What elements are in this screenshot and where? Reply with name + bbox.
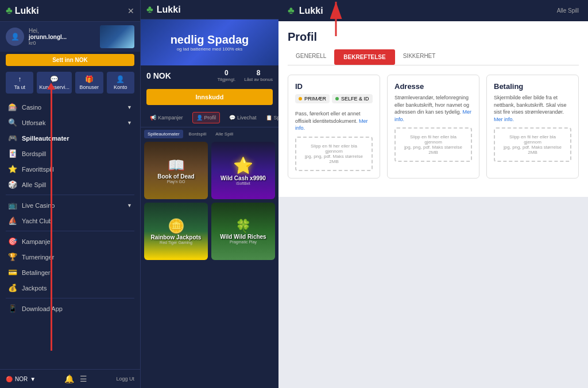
stat-available-label: Tilgjengl. (217, 77, 235, 82)
sidebar-item-spilleautomater[interactable]: 🎮 Spilleautomater (0, 130, 140, 146)
account-button[interactable]: 👤 Konto (107, 72, 134, 94)
alle-spill-link[interactable]: Alle Spill (557, 7, 579, 14)
betalinger-label: Betalinger (22, 269, 51, 276)
tab-sikkerhet[interactable]: SIKKERHET (395, 49, 444, 65)
middle-logo-clover-icon: ♣ (146, 3, 153, 15)
download-label: Download App (22, 305, 63, 312)
sidebar-item-kampanjer[interactable]: 🎯 Kampanjer (0, 234, 140, 249)
kampanjer-icon: 🎯 (8, 237, 17, 246)
games-nav-spilleautomater[interactable]: Spilleautomater (144, 130, 183, 138)
game-card-wild-cash[interactable]: ⭐ Wild Cash x9990 iSoftBet (211, 142, 275, 199)
logout-button[interactable]: Logg Ut (116, 376, 134, 382)
id-card: ID PRIMÆR SELFE & ID Pass, førerkort ell… (288, 75, 380, 179)
stat-available: 0 Tilgjengl. (217, 69, 235, 82)
account-label: Konto (114, 84, 127, 90)
tab-generell[interactable]: GENERELL (288, 49, 334, 65)
utforsk-arrow-icon: ▼ (127, 120, 132, 126)
games-nav-bordspill[interactable]: Bordspill (185, 130, 210, 138)
game-card-rainbow[interactable]: 🪙 Rainbow Jackpots Red Tiger Gaming (144, 203, 208, 260)
yacht-club-label: Yacht Club (22, 218, 52, 224)
book-of-dead-inner: 📖 Book of Dead Play'n GO (144, 142, 208, 199)
games-nav-alle-spill[interactable]: Alle Spill (212, 130, 237, 138)
logo[interactable]: ♣ Lukki (6, 5, 39, 17)
language-selector[interactable]: 🔴 NOR ▼ (6, 376, 36, 382)
verification-cards: ID PRIMÆR SELFE & ID Pass, førerkort ell… (288, 75, 579, 179)
withdraw-button[interactable]: ↑ Ta ut (6, 72, 33, 94)
right-logo-clover-icon: ♣ (288, 5, 295, 17)
jackpots-icon: 💰 (8, 284, 17, 292)
game-card-wild-riches[interactable]: 🍀 Wild Wild Riches Pragmatic Play (211, 203, 275, 260)
coin-icon: 🪙 (168, 218, 185, 234)
profil-title: Profil (288, 30, 579, 44)
subnav-profil[interactable]: 👤 Profil (192, 112, 220, 123)
livechat-subnav-icon: 💬 (229, 115, 235, 121)
download-icon: 📱 (8, 304, 17, 313)
right-logo-text: Lukki (299, 6, 323, 16)
wild-cash-inner: ⭐ Wild Cash x9990 iSoftBet (211, 142, 275, 199)
primary-badge: PRIMÆR (295, 94, 330, 103)
sidebar-item-casino[interactable]: 🎰 Casino ▼ (0, 99, 140, 115)
turneringer-icon: 🏆 (8, 253, 17, 261)
sidebar-deposit-button[interactable]: Sett inn NOK (6, 54, 134, 66)
sidebar-item-bordspill[interactable]: 🃏 Bordspill (0, 146, 140, 161)
subnav-kampanjer[interactable]: 📢 Kampanjer (146, 111, 187, 125)
sidebar-item-live-casino[interactable]: 📺 Live Casino ▼ (0, 197, 140, 213)
wild-cash-title: Wild Cash x9990 (220, 175, 266, 181)
withdraw-icon: ↑ (18, 75, 21, 83)
star-icon: ⭐ (233, 156, 253, 175)
bordspill-icon: 🃏 (8, 149, 17, 158)
bonuses-button[interactable]: 🎁 Bonuser (75, 72, 103, 94)
account-icon: 👤 (116, 75, 125, 83)
id-card-title: ID (295, 82, 373, 91)
subnav-spillhistorie[interactable]: 📋 Spillhistorie (262, 111, 278, 125)
address-upload-area[interactable]: Slipp en fil her eller bla gjennom jpg, … (394, 127, 472, 162)
subnav-livechat[interactable]: 💬 Livechat (226, 111, 260, 125)
sidebar-item-favorittspill[interactable]: ⭐ Favorittspill (0, 161, 140, 177)
close-button[interactable]: ✕ (127, 6, 134, 15)
payment-upload-formats: jpg, png, pdf. Maks størrelse 2MB (501, 145, 564, 155)
stats-row: 0 Tilgjengl. 8 Låst av bonus (217, 69, 273, 82)
favorittspill-icon: ⭐ (8, 165, 17, 173)
primary-badge-label: PRIMÆR (304, 96, 326, 102)
sidebar-item-turneringer[interactable]: 🏆 Turneringer (0, 249, 140, 265)
id-upload-area[interactable]: Slipp en fil her eller bla gjennom jpg, … (295, 137, 373, 171)
notification-icon[interactable]: 🔔 (64, 374, 74, 383)
payment-more-link[interactable]: Mer info. (494, 117, 514, 122)
tab-bekreftelse[interactable]: BEKREFTELSE (334, 49, 394, 65)
spilleautomater-icon: 🎮 (8, 134, 17, 142)
address-card-title: Adresse (394, 82, 472, 91)
bordspill-label: Bordspill (22, 150, 46, 157)
stat-locked-number: 8 (244, 69, 273, 77)
support-button[interactable]: 💬 Kundeservi... (37, 72, 72, 94)
id-upload-formats: jpg, png, pdf. Maks størrelse 2MB (302, 154, 366, 164)
sidebar-item-betalinger[interactable]: 💳 Betalinger (0, 265, 140, 280)
kampanjer-subnav-label: Kampanjer (158, 115, 183, 121)
id-upload-text: Slipp en fil her eller bla gjennom (302, 143, 366, 154)
livechat-subnav-label: Livechat (237, 115, 257, 121)
live-casino-arrow-icon: ▼ (127, 203, 132, 208)
payment-card: Betaling Skjermbilde eller bilde fra et … (486, 75, 579, 179)
payment-upload-area[interactable]: Slipp en fil her eller bla gjennom jpg, … (494, 127, 571, 162)
logo-text: Lukki (15, 6, 39, 16)
yacht-club-icon: ⛵ (8, 216, 17, 225)
sidebar-item-jackpots[interactable]: 💰 Jackpots (0, 280, 140, 296)
payment-card-description: Skjermbilde eller bilde fra et nettbank,… (494, 94, 571, 123)
profil-tabs: GENERELL BEKREFTELSE SIKKERHET (288, 49, 579, 65)
menu-icon[interactable]: ☰ (80, 374, 87, 383)
main-deposit-button[interactable]: Innskudd (146, 89, 273, 105)
action-buttons-row: ↑ Ta ut 💬 Kundeservi... 🎁 Bonuser 👤 Kont… (0, 68, 140, 97)
game-card-book-of-dead[interactable]: 📖 Book of Dead Play'n GO (144, 142, 208, 199)
book-of-dead-title: Book of Dead (157, 173, 194, 180)
sidebar-item-utforsk[interactable]: 🔍 Utforsøk ▼ (0, 115, 140, 130)
sidebar-item-alle-spill[interactable]: 🎲 Alle Spill (0, 177, 140, 192)
book-of-dead-provider: Play'n GO (167, 180, 185, 184)
hero-title: nedlig Spadag (171, 33, 249, 46)
sidebar-item-yacht-club[interactable]: ⛵ Yacht Club (0, 213, 140, 228)
middle-header: ♣ Lukki (141, 0, 278, 20)
right-header: ♣ Lukki Alle Spill (278, 0, 588, 21)
games-grid: 📖 Book of Dead Play'n GO ⭐ Wild Cash x99… (144, 142, 275, 260)
jetski-image (100, 25, 134, 48)
user-details: Hei, jorunn.longl... kr0 (29, 28, 95, 46)
sidebar-item-download-app[interactable]: 📱 Download App (0, 301, 140, 316)
id-card-description: Pass, førerkort eller et annet offisielt… (295, 110, 373, 132)
